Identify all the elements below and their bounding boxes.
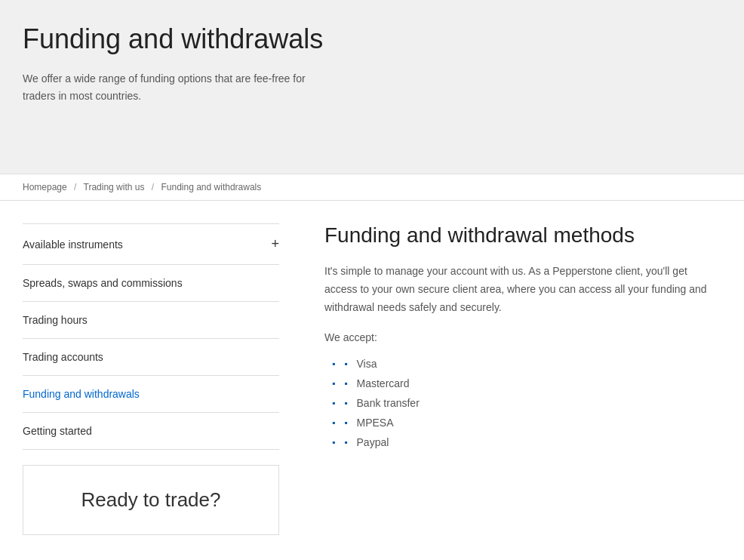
content-area: Funding and withdrawal methods It's simp…: [302, 223, 744, 535]
content-description: It's simple to manage your account with …: [324, 263, 721, 316]
sidebar-item-label: Spreads, swaps and commissions: [23, 277, 183, 289]
hero-section: Funding and withdrawals We offer a wide …: [0, 0, 744, 174]
list-item-visa: ▪ Visa: [332, 354, 721, 374]
sidebar-item-trading-hours[interactable]: Trading hours: [23, 302, 279, 339]
list-item-mastercard: ▪ Mastercard: [332, 374, 721, 393]
list-item-paypal: ▪ Paypal: [332, 432, 721, 452]
bullet-icon: ▪: [344, 437, 347, 448]
sidebar-item-trading-accounts[interactable]: Trading accounts: [23, 339, 279, 376]
list-item-label: Mastercard: [357, 377, 410, 389]
bullet-icon: ▪: [344, 358, 347, 369]
bullet-icon: ▪: [344, 398, 347, 408]
sidebar-item-label: Available instruments: [23, 238, 123, 251]
breadcrumb: Homepage / Trading with us / Funding and…: [0, 174, 744, 201]
ready-box-title: Ready to trade?: [38, 488, 263, 512]
bullet-icon: ▪: [344, 378, 347, 389]
main-layout: Available instruments + Spreads, swaps a…: [0, 201, 744, 558]
list-item-bank-transfer: ▪ Bank transfer: [332, 393, 721, 413]
sidebar-item-funding-withdrawals[interactable]: Funding and withdrawals: [23, 376, 279, 413]
accept-list: ▪ Visa ▪ Mastercard ▪ Bank transfer ▪ MP…: [324, 354, 721, 452]
sidebar-item-label: Funding and withdrawals: [23, 388, 140, 400]
sidebar-item-available-instruments[interactable]: Available instruments +: [23, 223, 279, 265]
breadcrumb-trading-with-us[interactable]: Trading with us: [84, 182, 145, 192]
hero-subtitle: We offer a wide range of funding options…: [23, 70, 309, 104]
bullet-icon: ▪: [344, 417, 347, 428]
list-item-label: Bank transfer: [357, 397, 420, 409]
sidebar: Available instruments + Spreads, swaps a…: [0, 223, 302, 535]
breadcrumb-separator-1: /: [74, 182, 76, 192]
content-title: Funding and withdrawal methods: [324, 223, 721, 248]
hero-title: Funding and withdrawals: [23, 23, 324, 55]
list-item-mpesa: ▪ MPESA: [332, 413, 721, 432]
ready-to-trade-box: Ready to trade?: [23, 465, 279, 535]
list-item-label: MPESA: [357, 417, 394, 429]
sidebar-item-label: Getting started: [23, 425, 92, 437]
breadcrumb-current: Funding and withdrawals: [161, 182, 262, 192]
breadcrumb-homepage[interactable]: Homepage: [23, 182, 67, 192]
plus-icon: +: [271, 236, 279, 252]
sidebar-item-label: Trading hours: [23, 314, 88, 326]
sidebar-item-label: Trading accounts: [23, 351, 103, 363]
breadcrumb-separator-2: /: [152, 182, 154, 192]
sidebar-item-spreads[interactable]: Spreads, swaps and commissions: [23, 265, 279, 302]
sidebar-item-getting-started[interactable]: Getting started: [23, 413, 279, 450]
list-item-label: Visa: [357, 358, 377, 370]
accept-label: We accept:: [324, 331, 721, 343]
list-item-label: Paypal: [357, 436, 389, 448]
